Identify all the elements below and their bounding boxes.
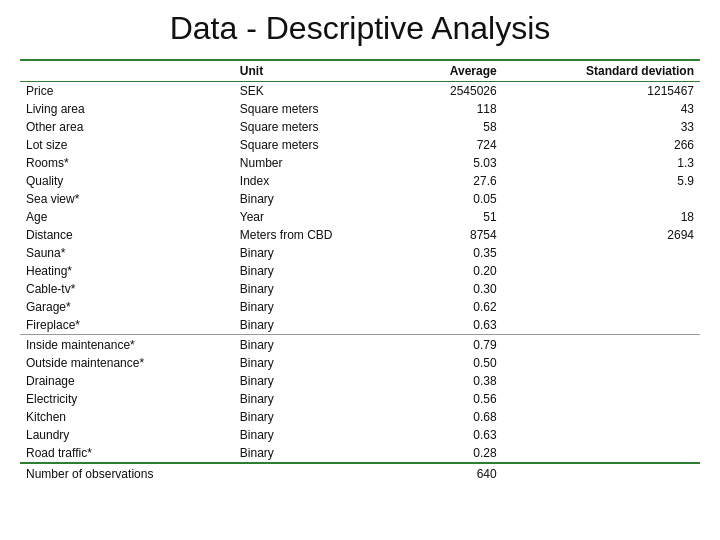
table-row: Cable-tv* Binary 0.30 — [20, 280, 700, 298]
row-std: 18 — [503, 208, 700, 226]
row-average: 724 — [406, 136, 503, 154]
row-unit: Binary — [234, 426, 406, 444]
row-unit: Binary — [234, 372, 406, 390]
row-label: Outside maintenance* — [20, 354, 234, 372]
col-header-average: Average — [406, 60, 503, 82]
table-row: Road traffic* Binary 0.28 — [20, 444, 700, 463]
row-unit: Binary — [234, 280, 406, 298]
row-std — [503, 280, 700, 298]
row-label: Heating* — [20, 262, 234, 280]
table-row: Heating* Binary 0.20 — [20, 262, 700, 280]
footer-label: Number of observations — [20, 463, 406, 484]
row-average: 0.62 — [406, 298, 503, 316]
row-average: 0.63 — [406, 426, 503, 444]
row-label: Quality — [20, 172, 234, 190]
row-average: 0.63 — [406, 316, 503, 335]
row-label: Sauna* — [20, 244, 234, 262]
row-unit: Binary — [234, 335, 406, 355]
row-std: 1215467 — [503, 82, 700, 101]
row-label: Cable-tv* — [20, 280, 234, 298]
table-row: Lot size Square meters 724 266 — [20, 136, 700, 154]
row-label: Living area — [20, 100, 234, 118]
row-average: 0.35 — [406, 244, 503, 262]
row-unit: Binary — [234, 262, 406, 280]
row-average: 5.03 — [406, 154, 503, 172]
row-average: 0.28 — [406, 444, 503, 463]
row-label: Age — [20, 208, 234, 226]
table-row: Rooms* Number 5.03 1.3 — [20, 154, 700, 172]
table-row: Sea view* Binary 0.05 — [20, 190, 700, 208]
col-header-std: Standard deviation — [503, 60, 700, 82]
row-std: 266 — [503, 136, 700, 154]
row-average: 0.56 — [406, 390, 503, 408]
row-label: Fireplace* — [20, 316, 234, 335]
row-average: 118 — [406, 100, 503, 118]
row-average: 0.50 — [406, 354, 503, 372]
row-average: 0.38 — [406, 372, 503, 390]
table-row: Garage* Binary 0.62 — [20, 298, 700, 316]
table-row: Living area Square meters 118 43 — [20, 100, 700, 118]
row-unit: Binary — [234, 244, 406, 262]
col-header-unit: Unit — [234, 60, 406, 82]
table-row: Age Year 51 18 — [20, 208, 700, 226]
table-row: Distance Meters from CBD 8754 2694 — [20, 226, 700, 244]
row-label: Laundry — [20, 426, 234, 444]
row-std: 33 — [503, 118, 700, 136]
table-row: Laundry Binary 0.63 — [20, 426, 700, 444]
row-label: Inside maintenance* — [20, 335, 234, 355]
row-std — [503, 316, 700, 335]
page-title: Data - Descriptive Analysis — [20, 10, 700, 47]
row-std — [503, 426, 700, 444]
table-row: Sauna* Binary 0.35 — [20, 244, 700, 262]
row-std — [503, 190, 700, 208]
row-label: Rooms* — [20, 154, 234, 172]
row-unit: Square meters — [234, 136, 406, 154]
col-header-label — [20, 60, 234, 82]
table-row: Drainage Binary 0.38 — [20, 372, 700, 390]
row-unit: Binary — [234, 190, 406, 208]
row-average: 58 — [406, 118, 503, 136]
row-unit: Index — [234, 172, 406, 190]
row-label: Garage* — [20, 298, 234, 316]
row-unit: Binary — [234, 408, 406, 426]
row-unit: Binary — [234, 444, 406, 463]
row-label: Price — [20, 82, 234, 101]
row-std: 1.3 — [503, 154, 700, 172]
row-label: Road traffic* — [20, 444, 234, 463]
row-unit: Binary — [234, 298, 406, 316]
row-average: 0.30 — [406, 280, 503, 298]
row-average: 0.05 — [406, 190, 503, 208]
row-average: 0.20 — [406, 262, 503, 280]
row-label: Drainage — [20, 372, 234, 390]
row-unit: Square meters — [234, 118, 406, 136]
row-label: Electricity — [20, 390, 234, 408]
row-std — [503, 262, 700, 280]
table-row: Inside maintenance* Binary 0.79 — [20, 335, 700, 355]
row-std: 2694 — [503, 226, 700, 244]
row-std — [503, 335, 700, 355]
table-row: Fireplace* Binary 0.63 — [20, 316, 700, 335]
table-row: Quality Index 27.6 5.9 — [20, 172, 700, 190]
row-std — [503, 354, 700, 372]
row-unit: Binary — [234, 390, 406, 408]
row-unit: Binary — [234, 316, 406, 335]
row-std — [503, 298, 700, 316]
row-label: Kitchen — [20, 408, 234, 426]
table-row: Kitchen Binary 0.68 — [20, 408, 700, 426]
row-std — [503, 408, 700, 426]
data-table: Unit Average Standard deviation Price SE… — [20, 59, 700, 484]
row-average: 2545026 — [406, 82, 503, 101]
row-label: Other area — [20, 118, 234, 136]
row-std: 43 — [503, 100, 700, 118]
row-std — [503, 444, 700, 463]
row-unit: Square meters — [234, 100, 406, 118]
row-std — [503, 390, 700, 408]
row-unit: Meters from CBD — [234, 226, 406, 244]
row-label: Lot size — [20, 136, 234, 154]
row-std — [503, 372, 700, 390]
row-unit: Year — [234, 208, 406, 226]
row-average: 27.6 — [406, 172, 503, 190]
row-unit: SEK — [234, 82, 406, 101]
row-label: Distance — [20, 226, 234, 244]
row-average: 51 — [406, 208, 503, 226]
